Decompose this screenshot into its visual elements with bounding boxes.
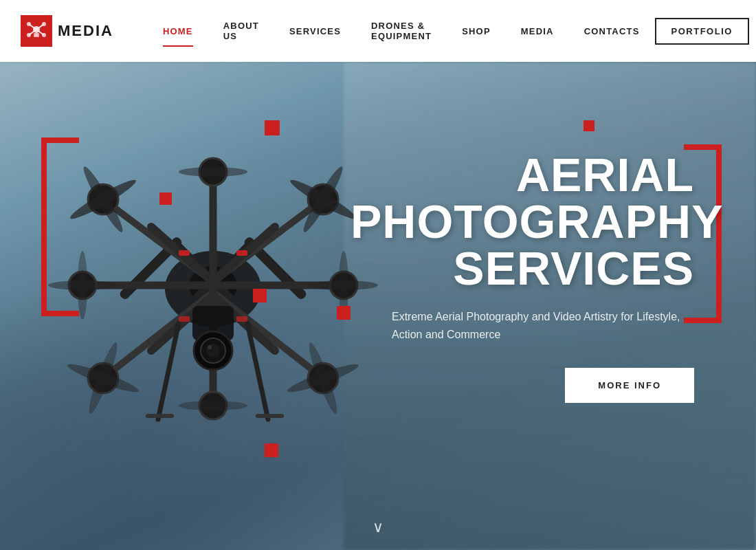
deco-sq-1 [265,120,280,135]
nav-links: HOME ABOUT US SERVICES DRONES & EQUIPMEN… [148,0,749,62]
svg-point-27 [80,164,127,234]
deco-sq-6 [265,443,278,457]
nav-contacts[interactable]: CONTACTS [569,0,655,62]
deco-sq-3 [583,120,594,131]
svg-point-59 [42,22,46,26]
nav-media[interactable]: MEDIA [506,0,569,62]
chevron-down-icon[interactable]: ∨ [373,518,383,536]
nav-shop[interactable]: SHOP [447,0,506,62]
more-info-button[interactable]: MORE INFO [565,368,694,403]
svg-rect-49 [179,250,190,256]
nav-drones[interactable]: DRONES & EQUIPMENT [356,0,447,62]
svg-point-38 [179,167,247,177]
svg-point-58 [27,22,31,26]
svg-point-29 [300,164,347,234]
deco-sq-4 [253,289,267,302]
hero-content: AERIAL PHOTOGRAPHY SERVICES Extreme Aeri… [351,151,694,403]
nav-portfolio[interactable]: PORTFOLIO [655,18,749,45]
hero-title: AERIAL PHOTOGRAPHY SERVICES [351,151,694,292]
svg-point-44 [208,345,212,349]
navbar: MEDIA HOME ABOUT US SERVICES DRONES & EQ… [0,0,756,62]
logo-text: MEDIA [58,22,113,40]
nav-home[interactable]: HOME [148,0,208,62]
svg-point-35 [78,251,87,320]
svg-point-61 [42,33,46,37]
svg-rect-50 [236,250,247,256]
nav-services[interactable]: SERVICES [274,0,356,62]
svg-point-63 [35,34,38,36]
svg-point-60 [27,33,31,37]
drone-logo-icon [25,20,47,42]
svg-rect-51 [179,316,190,322]
svg-point-39 [179,401,247,410]
deco-sq-2 [159,192,172,205]
deco-sq-5 [337,306,351,320]
hero-subtitle: Extreme Aerial Photography and Video Art… [392,308,694,343]
logo[interactable]: MEDIA [21,15,113,47]
logo-box [21,15,52,47]
bracket-left [41,138,79,316]
svg-rect-52 [236,316,247,322]
hero-section: AERIAL PHOTOGRAPHY SERVICES Extreme Aeri… [0,0,756,550]
nav-about[interactable]: ABOUT US [208,0,274,62]
